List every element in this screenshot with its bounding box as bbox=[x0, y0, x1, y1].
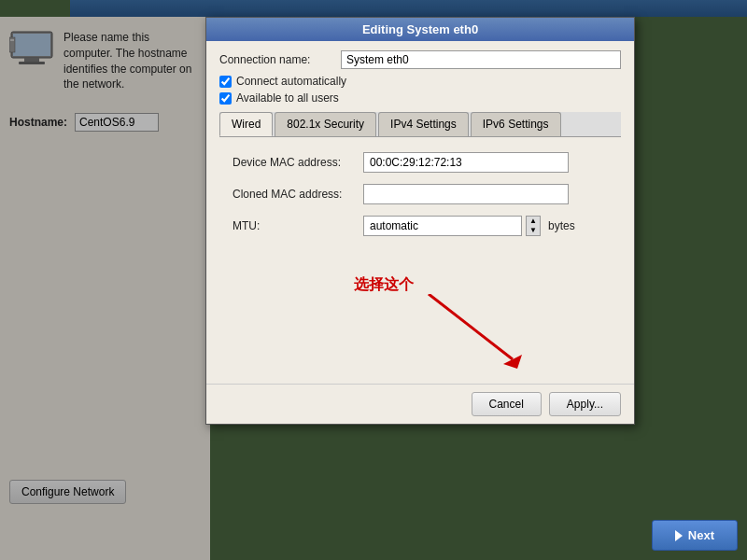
mtu-spinner-down[interactable]: ▼ bbox=[527, 226, 540, 235]
mtu-spinner: ▲ ▼ bbox=[526, 216, 541, 236]
next-arrow-icon bbox=[675, 530, 683, 541]
bytes-label: bytes bbox=[548, 219, 575, 232]
connect-auto-label: Connect automatically bbox=[236, 75, 346, 88]
mtu-input[interactable] bbox=[363, 216, 522, 236]
connection-name-label: Connection name: bbox=[219, 53, 341, 66]
mac-label: Device MAC address: bbox=[233, 156, 363, 169]
dialog-titlebar: Editing System eth0 bbox=[206, 18, 634, 41]
available-users-label: Available to all users bbox=[236, 91, 339, 105]
next-label: Next bbox=[688, 528, 714, 542]
tab-ipv6[interactable]: IPv6 Settings bbox=[471, 112, 561, 136]
cloned-mac-label: Cloned MAC address: bbox=[233, 188, 363, 201]
cloned-mac-input[interactable] bbox=[363, 184, 569, 204]
red-arrow bbox=[419, 294, 531, 369]
apply-button[interactable]: Apply... bbox=[549, 392, 621, 416]
dialog-footer: Cancel Apply... bbox=[206, 384, 634, 424]
connection-name-input[interactable] bbox=[341, 50, 621, 69]
next-button[interactable]: Next bbox=[652, 520, 738, 551]
mac-input[interactable] bbox=[363, 152, 569, 173]
mtu-spinner-up[interactable]: ▲ bbox=[527, 217, 540, 226]
tab-8021x[interactable]: 802.1x Security bbox=[275, 112, 376, 136]
dialog-body: Connection name: Connect automatically A… bbox=[206, 41, 634, 384]
annotation-text: 选择这个 bbox=[354, 275, 414, 295]
dialog-overlay: Editing System eth0 Connection name: Con… bbox=[0, 0, 747, 560]
svg-marker-7 bbox=[503, 355, 522, 369]
mtu-input-wrap: ▲ ▼ bytes bbox=[363, 216, 575, 236]
mtu-label: MTU: bbox=[233, 219, 363, 232]
svg-line-6 bbox=[429, 294, 513, 359]
tabs-container: Wired 802.1x Security IPv4 Settings IPv6… bbox=[219, 112, 621, 137]
tab-ipv4[interactable]: IPv4 Settings bbox=[378, 112, 469, 136]
tab-content-wired: Device MAC address: Cloned MAC address: … bbox=[219, 137, 621, 374]
main-background: Please name this computer. The hostname … bbox=[0, 0, 747, 560]
available-users-checkbox[interactable] bbox=[219, 92, 232, 105]
cancel-button[interactable]: Cancel bbox=[472, 392, 542, 416]
editing-dialog: Editing System eth0 Connection name: Con… bbox=[205, 17, 635, 425]
connect-auto-checkbox[interactable] bbox=[219, 76, 232, 88]
dialog-title: Editing System eth0 bbox=[362, 22, 478, 36]
tab-wired[interactable]: Wired bbox=[219, 112, 273, 136]
